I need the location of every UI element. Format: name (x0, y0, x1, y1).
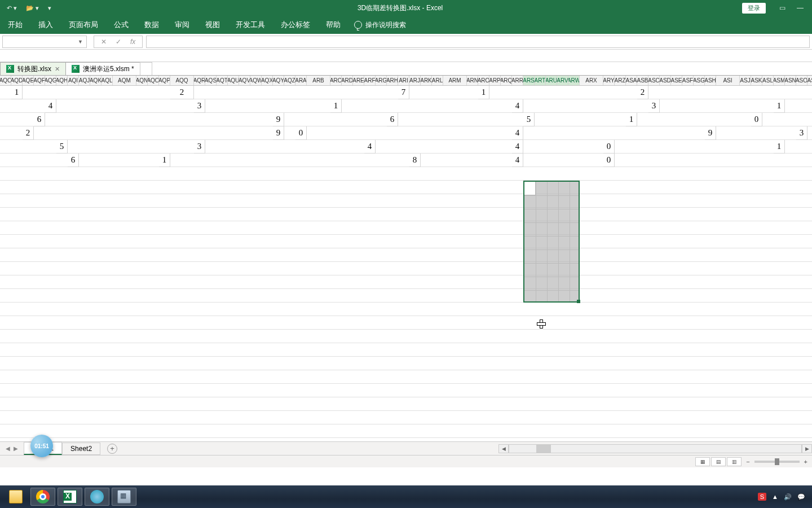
cancel-formula-icon[interactable]: ✕ (98, 38, 110, 46)
cell[interactable]: 2 (637, 86, 648, 99)
column-header[interactable]: AQJ (79, 76, 90, 85)
open-icon[interactable]: 📂 ▾ (23, 3, 42, 13)
scroll-track[interactable] (509, 444, 802, 453)
scroll-left-icon[interactable]: ◀ (498, 444, 509, 453)
column-header[interactable]: AQS (205, 76, 217, 85)
tab-officetab[interactable]: 办公标签 (273, 16, 318, 33)
column-header[interactable]: AQV (239, 76, 250, 85)
cell[interactable]: 0 (295, 126, 307, 140)
column-header[interactable]: ARC (330, 76, 342, 85)
cell[interactable]: 0 (603, 154, 615, 167)
cell[interactable]: 3 (648, 99, 660, 113)
column-header[interactable]: AQT (217, 76, 228, 85)
cell[interactable]: 3 (796, 126, 807, 140)
column-header[interactable]: ARH (387, 76, 398, 85)
column-header[interactable]: ARP (489, 76, 501, 85)
fx-icon[interactable]: fx (127, 38, 139, 46)
cell[interactable]: 0 (603, 140, 615, 154)
horizontal-scrollbar[interactable]: ◀ ▶ (498, 444, 812, 454)
ime-icon[interactable]: S (758, 493, 766, 501)
ribbon-display-icon[interactable]: ▭ (774, 2, 791, 14)
column-header[interactable]: ASB (637, 76, 648, 85)
taskbar-app1[interactable] (85, 488, 109, 506)
sheet-tab-2[interactable]: Sheet2 (62, 443, 100, 455)
scroll-right-icon[interactable]: ▶ (802, 444, 812, 453)
column-header[interactable]: ARM (443, 76, 467, 85)
column-header[interactable]: ASP (807, 76, 812, 85)
column-header[interactable]: AQH (56, 76, 68, 85)
column-header[interactable]: ARR (512, 76, 523, 85)
taskbar-calc[interactable] (112, 488, 136, 506)
new-workbook-tab[interactable] (140, 62, 152, 75)
sign-in-button[interactable]: 登录 (742, 3, 766, 14)
minimize-icon[interactable]: — (792, 2, 809, 14)
cell[interactable]: 4 (512, 140, 523, 154)
column-header[interactable]: ARK (421, 76, 432, 85)
name-box[interactable]: ▼ (2, 36, 87, 48)
cell[interactable]: 3 (194, 140, 205, 154)
cell[interactable]: 1 (478, 86, 489, 99)
cell[interactable]: 4 (45, 99, 56, 113)
column-header[interactable]: AQL (102, 76, 113, 85)
column-header[interactable]: AQU (228, 76, 239, 85)
column-header[interactable]: AQI (68, 76, 79, 85)
cell[interactable]: 1 (330, 99, 342, 113)
column-header[interactable]: ART (535, 76, 546, 85)
enter-formula-icon[interactable]: ✓ (112, 38, 125, 46)
column-header[interactable]: ARN (467, 76, 478, 85)
column-header[interactable]: AQG (45, 76, 56, 85)
column-header[interactable]: ARG (376, 76, 387, 85)
column-header[interactable]: AQY (273, 76, 284, 85)
cell[interactable]: 4 (512, 126, 523, 140)
zoom-slider[interactable] (754, 461, 800, 463)
view-normal-icon[interactable]: ▦ (695, 457, 710, 466)
tab-home[interactable]: 开始 (0, 16, 30, 33)
tell-me-search[interactable]: 操作说明搜索 (354, 20, 406, 30)
column-header[interactable]: ARZ (615, 76, 626, 85)
view-pagelayout-icon[interactable]: ▤ (711, 457, 726, 466)
column-header[interactable]: ARV (557, 76, 568, 85)
sheet-nav[interactable]: ◀▶ (0, 445, 24, 452)
cell[interactable]: 9 (705, 126, 716, 140)
column-header[interactable]: AQE (23, 76, 34, 85)
workbook-tab-1[interactable]: 转换图.xlsx ✕ (0, 62, 66, 75)
column-header[interactable]: AQO (148, 76, 159, 85)
tab-data[interactable]: 数据 (136, 16, 167, 33)
column-header[interactable]: ARO (478, 76, 489, 85)
taskbar-explorer[interactable] (3, 488, 28, 506)
tab-help[interactable]: 帮助 (318, 16, 348, 33)
column-header[interactable]: AQF (34, 76, 45, 85)
column-header[interactable]: ARX (580, 76, 603, 85)
column-header[interactable]: ARS (523, 76, 535, 85)
tab-developer[interactable]: 开发工具 (228, 16, 273, 33)
cell[interactable]: 4 (512, 154, 523, 167)
formula-input[interactable] (146, 36, 810, 48)
tab-formulas[interactable]: 公式 (106, 16, 136, 33)
column-header[interactable]: ASE (671, 76, 682, 85)
column-header[interactable]: ARI (398, 76, 409, 85)
add-sheet-button[interactable]: + (107, 444, 117, 454)
column-header[interactable]: ASM (774, 76, 785, 85)
column-header[interactable]: ARU (546, 76, 557, 85)
column-header[interactable]: ARJ (409, 76, 421, 85)
column-header[interactable]: AQR (194, 76, 205, 85)
system-tray[interactable]: S ▲ 🔊 💬 (758, 493, 810, 501)
column-header[interactable]: ARY (603, 76, 615, 85)
column-header[interactable]: ASC (648, 76, 660, 85)
column-header[interactable]: ASN (785, 76, 796, 85)
cell[interactable]: 5 (523, 113, 535, 126)
column-header[interactable]: ARF (364, 76, 376, 85)
view-pagebreak-icon[interactable]: ▥ (727, 457, 742, 466)
column-header[interactable]: ARQ (501, 76, 512, 85)
tab-view[interactable]: 视图 (197, 16, 228, 33)
column-header[interactable]: ARA (295, 76, 307, 85)
column-header[interactable]: AQW (250, 76, 262, 85)
column-header[interactable]: ASI (716, 76, 740, 85)
column-header[interactable]: ASK (751, 76, 762, 85)
column-headers[interactable]: AQCAQDAQEAQFAQGAQHAQIAQJAQKAQLAQMAQNAQOA… (0, 76, 812, 86)
column-header[interactable]: AQZ (284, 76, 295, 85)
column-header[interactable]: ARD (342, 76, 353, 85)
undo-icon[interactable]: ↶ ▾ (3, 3, 20, 13)
column-header[interactable]: AQP (159, 76, 170, 85)
column-header[interactable]: AQN (136, 76, 148, 85)
